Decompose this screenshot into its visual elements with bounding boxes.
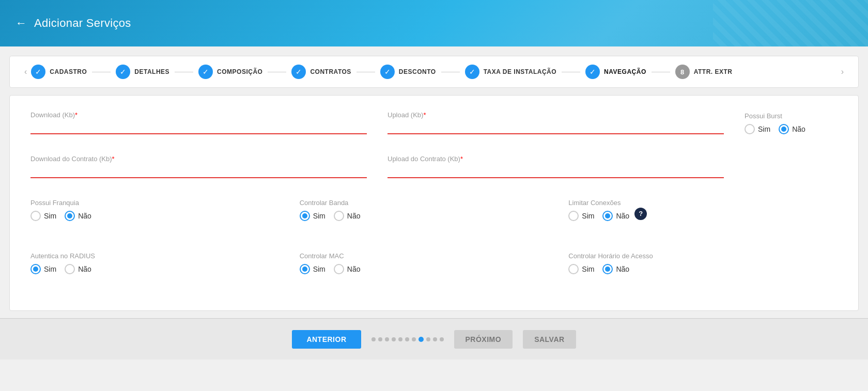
- step-label-cadastro: CADASTRO: [50, 68, 87, 75]
- header: ← Adicionar Serviços: [0, 0, 868, 46]
- step-label-contratos: CONTRATOS: [310, 68, 351, 75]
- mac-col: Controlar MAC Sim Não: [300, 252, 569, 274]
- banda-sim-option[interactable]: Sim: [300, 211, 326, 221]
- burst-nao-option[interactable]: Não: [779, 124, 805, 134]
- radius-label: Autentica no RADIUS: [30, 252, 95, 260]
- wizard-step-cadastro[interactable]: ✓ CADASTRO: [31, 65, 87, 79]
- upload-contrato-group: Upload do Contrato (Kb)*: [388, 155, 724, 178]
- franquia-nao-option[interactable]: Não: [65, 211, 91, 221]
- step-label-detalhes: DETALHES: [134, 68, 169, 75]
- form-row-1: Download (Kb)* Upload (Kb)* Possui Burst…: [30, 111, 838, 134]
- horario-sim-label: Sim: [582, 265, 594, 273]
- conexoes-sim-option[interactable]: Sim: [568, 211, 594, 221]
- horario-col: Controlar Horário de Acesso Sim Não: [568, 252, 838, 274]
- horario-nao-option[interactable]: Não: [602, 264, 629, 274]
- step-icon-desconto: ✓: [380, 65, 395, 79]
- step-icon-contratos: ✓: [291, 65, 306, 79]
- wizard-step-composicao[interactable]: ✓ COMPOSIÇÃO: [198, 65, 262, 79]
- burst-sim-option[interactable]: Sim: [745, 124, 770, 134]
- banda-sim-label: Sim: [313, 212, 326, 220]
- franquia-sim-option[interactable]: Sim: [30, 211, 56, 221]
- step-connector-6: [562, 72, 580, 72]
- proximo-button[interactable]: PRÓXIMO: [454, 330, 513, 349]
- wizard-prev-btn[interactable]: ‹: [20, 67, 31, 76]
- pagination-dot-8: [426, 337, 430, 341]
- wizard-step-taxa[interactable]: ✓ TAXA DE INSTALAÇÃO: [465, 65, 556, 79]
- footer: ANTERIOR PRÓXIMO SALVAR: [0, 318, 868, 359]
- download-contrato-group: Download do Contrato (Kb)*: [30, 155, 367, 178]
- wizard-step-desconto[interactable]: ✓ DESCONTO: [380, 65, 436, 79]
- download-group: Download (Kb)*: [30, 111, 367, 134]
- wizard-step-navegacao[interactable]: ✓ NAVEGAÇÃO: [585, 65, 646, 79]
- wizard-step-contratos[interactable]: ✓ CONTRATOS: [291, 65, 351, 79]
- conexoes-nao-radio[interactable]: [602, 211, 613, 221]
- pagination-dots: [371, 337, 444, 342]
- step-icon-composicao: ✓: [198, 65, 213, 79]
- upload-input[interactable]: [388, 121, 724, 134]
- franquia-nao-radio[interactable]: [65, 211, 75, 221]
- download-input[interactable]: [30, 121, 367, 134]
- mac-nao-option[interactable]: Não: [334, 264, 361, 274]
- pagination-dot-10: [440, 337, 444, 341]
- franquia-sim-label: Sim: [44, 212, 56, 220]
- step-icon-attr: 8: [675, 65, 690, 79]
- radius-nao-radio[interactable]: [65, 264, 75, 274]
- pagination-dot-4: [398, 337, 402, 341]
- wizard-bar: ‹ ✓ CADASTRO ✓ DETALHES ✓ COMPOSIÇÃO: [9, 56, 859, 88]
- anterior-button[interactable]: ANTERIOR: [292, 330, 361, 349]
- mac-nao-radio[interactable]: [334, 264, 344, 274]
- horario-options: Sim Não: [568, 264, 629, 274]
- conexoes-col: Limitar Conexões Sim Não ?: [568, 199, 838, 221]
- banda-sim-radio[interactable]: [300, 211, 310, 221]
- upload-contrato-input[interactable]: [388, 165, 724, 178]
- horario-label: Controlar Horário de Acesso: [568, 252, 653, 260]
- conexoes-sim-radio[interactable]: [568, 211, 579, 221]
- step-connector-3: [268, 72, 286, 72]
- help-icon[interactable]: ?: [634, 208, 647, 220]
- wizard-next-btn[interactable]: ›: [837, 67, 848, 76]
- step-connector-4: [357, 72, 375, 72]
- step-label-desconto: DESCONTO: [399, 68, 436, 75]
- step-connector-1: [92, 72, 111, 72]
- radius-sim-radio[interactable]: [30, 264, 41, 274]
- burst-nao-label: Não: [792, 125, 805, 133]
- wizard-step-detalhes[interactable]: ✓ DETALHES: [116, 65, 169, 79]
- mac-sim-radio[interactable]: [300, 264, 310, 274]
- download-contrato-input[interactable]: [30, 165, 367, 178]
- radius-sim-option[interactable]: Sim: [30, 264, 56, 274]
- banda-nao-option[interactable]: Não: [334, 211, 361, 221]
- pagination-dot-5: [405, 337, 409, 341]
- step-icon-detalhes: ✓: [116, 65, 130, 79]
- mac-label: Controlar MAC: [300, 252, 344, 260]
- download-contrato-label: Download do Contrato (Kb)*: [30, 155, 367, 163]
- wizard-step-attr[interactable]: 8 ATTR. EXTR: [675, 65, 733, 79]
- franquia-nao-label: Não: [78, 212, 91, 220]
- radius-nao-option[interactable]: Não: [65, 264, 91, 274]
- pagination-dot-0: [371, 337, 376, 341]
- conexoes-sim-label: Sim: [582, 212, 594, 220]
- salvar-button[interactable]: SALVAR: [523, 330, 576, 349]
- pagination-dot-7: [419, 337, 424, 342]
- burst-sim-radio[interactable]: [745, 124, 755, 134]
- burst-options: Sim Não: [745, 124, 838, 134]
- banda-options: Sim Não: [300, 211, 361, 221]
- step-label-attr: ATTR. EXTR: [694, 68, 733, 75]
- main-container: ‹ ✓ CADASTRO ✓ DETALHES ✓ COMPOSIÇÃO: [0, 46, 868, 311]
- mac-sim-option[interactable]: Sim: [300, 264, 326, 274]
- horario-sim-option[interactable]: Sim: [568, 264, 594, 274]
- banda-nao-label: Não: [347, 212, 361, 220]
- burst-nao-radio[interactable]: [779, 124, 789, 134]
- step-label-navegacao: NAVEGAÇÃO: [604, 68, 646, 75]
- form-row-2: Download do Contrato (Kb)* Upload do Con…: [30, 155, 838, 178]
- horario-nao-radio[interactable]: [602, 264, 613, 274]
- banda-nao-radio[interactable]: [334, 211, 344, 221]
- franquia-sim-radio[interactable]: [30, 211, 41, 221]
- burst-sim-label: Sim: [758, 125, 770, 133]
- banda-col: Controlar Banda Sim Não: [300, 199, 569, 221]
- conexoes-nao-option[interactable]: Não: [602, 211, 629, 221]
- horario-sim-radio[interactable]: [568, 264, 579, 274]
- back-button[interactable]: ←: [16, 17, 27, 30]
- spacer-2: [30, 237, 838, 252]
- radius-col: Autentica no RADIUS Sim Não: [30, 252, 300, 274]
- pagination-dot-6: [412, 337, 416, 341]
